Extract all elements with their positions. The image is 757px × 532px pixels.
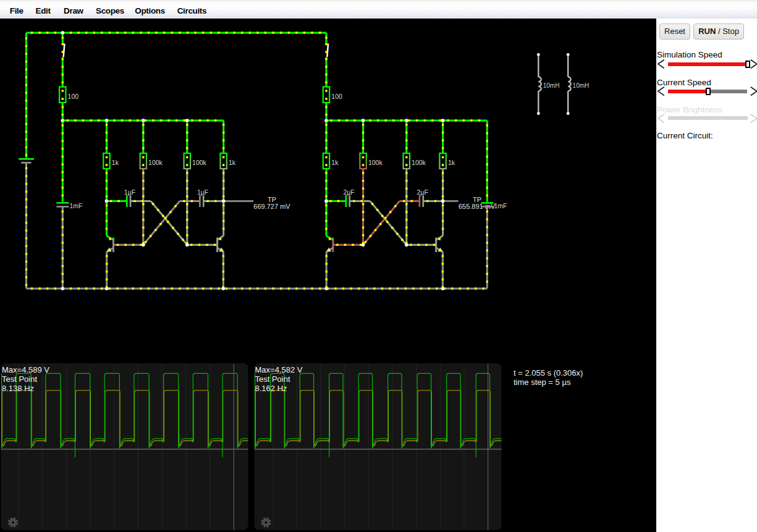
svg-text:Test Point: Test Point: [255, 374, 290, 384]
svg-text:100: 100: [68, 93, 79, 100]
svg-text:100k: 100k: [368, 159, 383, 166]
svg-text:1k: 1k: [112, 159, 119, 166]
svg-text:Test Point: Test Point: [2, 374, 37, 384]
svg-text:669.727 mV: 669.727 mV: [253, 203, 290, 210]
svg-text:1mF: 1mF: [494, 202, 507, 209]
svg-text:Max=4.582 V: Max=4.582 V: [255, 365, 303, 374]
svg-text:1mF: 1mF: [70, 202, 83, 209]
svg-text:1k: 1k: [229, 159, 236, 166]
svg-text:10mH: 10mH: [573, 82, 590, 89]
svg-text:2µF: 2µF: [417, 188, 428, 196]
svg-text:8.138 Hz: 8.138 Hz: [2, 384, 34, 393]
svg-text:1µF: 1µF: [197, 188, 208, 196]
svg-text:8.162 Hz: 8.162 Hz: [255, 384, 287, 393]
svg-text:1k: 1k: [448, 159, 455, 166]
svg-text:2µF: 2µF: [343, 188, 354, 196]
svg-text:1k: 1k: [331, 159, 339, 166]
svg-text:1µF: 1µF: [124, 188, 135, 196]
svg-text:10mH: 10mH: [543, 82, 560, 89]
svg-text:100k: 100k: [412, 159, 426, 166]
svg-text:100k: 100k: [192, 159, 207, 166]
svg-text:100: 100: [331, 93, 342, 100]
svg-text:time step = 5 µs: time step = 5 µs: [514, 378, 571, 387]
svg-text:100k: 100k: [148, 159, 163, 166]
svg-text:Max=4.589 V: Max=4.589 V: [2, 365, 49, 374]
svg-text:t = 2.055 s (0.306x): t = 2.055 s (0.306x): [514, 368, 583, 378]
